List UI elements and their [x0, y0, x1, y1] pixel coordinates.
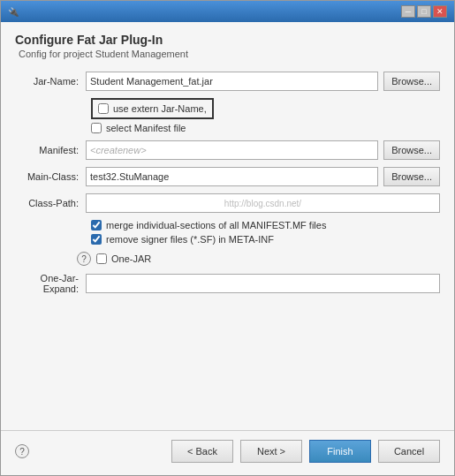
class-path-row: Class-Path: http://blog.csdn.net/ [15, 193, 440, 213]
one-jar-expand-label: One-Jar-Expand: [15, 273, 86, 294]
dialog-title: Configure Fat Jar Plug-In [15, 33, 440, 47]
jar-name-browse-btn[interactable]: Browse... [383, 72, 440, 91]
one-jar-help-icon[interactable]: ? [77, 252, 91, 266]
one-jar-label: One-JAR [111, 253, 151, 264]
minimize-btn[interactable]: ─ [401, 5, 415, 18]
merge-manifest-label: merge individual-sections of all MANIFES… [106, 220, 326, 230]
app-icon: 🔌 [8, 7, 19, 17]
jar-name-row: Jar-Name: Browse... [15, 72, 440, 91]
main-class-input[interactable] [86, 167, 378, 186]
main-class-row: Main-Class: Browse... [15, 167, 440, 186]
dialog-window: 🔌 ─ □ ✕ Configure Fat Jar Plug-In Config… [0, 0, 455, 476]
annotation-arrow [449, 96, 455, 140]
remove-signer-label: remove signer files (*.SF) in META-INF [106, 234, 274, 245]
main-class-browse-btn[interactable]: Browse... [383, 167, 440, 186]
button-bar: ? < Back Next > Finish Cancel [1, 430, 454, 475]
bottom-left-help: ? [15, 444, 34, 458]
extern-jar-section: use extern Jar-Name, 可选择jar包所在路径 [91, 98, 440, 119]
one-jar-checkbox[interactable] [96, 253, 107, 264]
title-bar: 🔌 ─ □ ✕ [1, 1, 454, 22]
class-path-input[interactable]: http://blog.csdn.net/ [86, 193, 440, 213]
cancel-button[interactable]: Cancel [378, 440, 440, 463]
dialog-subtitle: Config for project Student Management [15, 49, 440, 59]
jar-name-label: Jar-Name: [15, 76, 86, 87]
merge-manifest-checkbox[interactable] [91, 220, 102, 230]
dialog-content: Configure Fat Jar Plug-In Config for pro… [1, 22, 454, 430]
main-class-control: Browse... [86, 167, 440, 186]
maximize-btn[interactable]: □ [417, 5, 431, 18]
class-path-control: http://blog.csdn.net/ [86, 193, 440, 213]
remove-signer-row: remove signer files (*.SF) in META-INF [91, 234, 440, 245]
finish-button[interactable]: Finish [309, 440, 371, 463]
extern-jar-label: use extern Jar-Name, [113, 103, 207, 114]
manifest-label: Manifest: [15, 145, 86, 155]
select-manifest-row: select Manifest file [91, 123, 440, 133]
remove-signer-checkbox[interactable] [91, 234, 102, 245]
class-path-label: Class-Path: [15, 198, 86, 208]
help-icon[interactable]: ? [15, 444, 29, 458]
title-bar-left: 🔌 [8, 7, 19, 17]
one-jar-expand-row: One-Jar-Expand: [15, 273, 440, 294]
select-manifest-label: select Manifest file [106, 123, 186, 133]
manifest-control: Browse... [86, 140, 440, 160]
back-button[interactable]: < Back [171, 440, 233, 463]
title-bar-controls: ─ □ ✕ [401, 5, 447, 18]
one-jar-expand-input[interactable] [86, 274, 440, 293]
jar-name-input[interactable] [86, 72, 378, 91]
jar-name-control: Browse... [86, 72, 440, 91]
one-jar-row: ? One-JAR [77, 252, 440, 266]
manifest-browse-btn[interactable]: Browse... [383, 140, 440, 160]
one-jar-expand-control [86, 274, 440, 293]
next-button[interactable]: Next > [240, 440, 302, 463]
main-class-label: Main-Class: [15, 171, 86, 182]
manifest-input[interactable] [86, 140, 378, 160]
select-manifest-checkbox[interactable] [91, 123, 102, 133]
extern-jar-box: use extern Jar-Name, [91, 98, 214, 119]
close-btn[interactable]: ✕ [433, 5, 447, 18]
merge-manifest-row: merge individual-sections of all MANIFES… [91, 220, 440, 230]
extern-jar-checkbox[interactable] [98, 103, 109, 114]
manifest-row: Manifest: Browse... [15, 140, 440, 160]
